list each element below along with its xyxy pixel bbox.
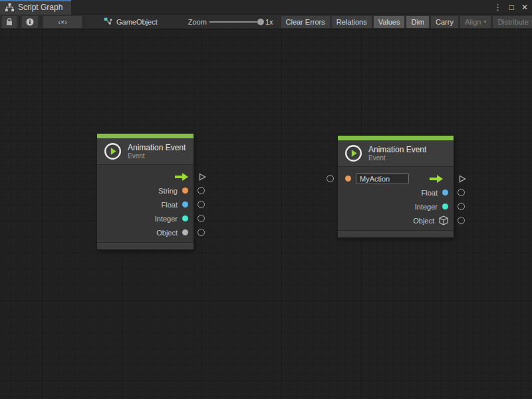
event-name-row <box>338 172 454 186</box>
trigger-port[interactable] <box>199 173 206 181</box>
node-subtitle: Event <box>368 154 426 162</box>
node-accent-bar <box>338 136 454 140</box>
node-header[interactable]: Animation Event Event <box>97 138 194 165</box>
node-body: String Float Integer Object <box>97 165 194 242</box>
string-type-dot <box>182 188 188 194</box>
active-tab-highlight <box>0 0 71 1</box>
node-header[interactable]: Animation Event Event <box>338 140 454 167</box>
event-play-icon <box>344 144 362 162</box>
port-label: Float <box>162 201 178 209</box>
trigger-port[interactable] <box>459 175 466 183</box>
graph-canvas[interactable]: Animation Event Event <box>0 29 532 399</box>
port-label: Object <box>413 217 434 225</box>
node-accent-bar <box>97 134 194 138</box>
animation-event-node-1[interactable]: Animation Event Event <box>97 134 194 249</box>
port-label: String <box>158 187 178 195</box>
port-label: Integer <box>155 215 178 223</box>
gameobject-icon <box>103 17 112 27</box>
script-graph-window: Script Graph ⋮ □ ✕ <box>0 0 532 399</box>
object-output-port[interactable] <box>458 217 465 224</box>
float-type-dot <box>442 190 448 196</box>
zoom-label: Zoom <box>188 18 207 26</box>
output-row-integer: Integer <box>338 200 454 213</box>
window-menu-icon[interactable]: ⋮ <box>494 3 502 11</box>
maximize-icon[interactable]: □ <box>509 3 514 11</box>
graph-toolbar: ‹×› GameObject Zoom 1x Clear Errors Rela… <box>0 15 532 29</box>
lock-button[interactable] <box>2 16 17 28</box>
tab-script-graph[interactable]: Script Graph <box>0 0 71 15</box>
flow-arrow-icon <box>175 173 188 181</box>
values-button[interactable]: Values <box>374 16 405 28</box>
cube-icon <box>439 215 448 225</box>
carry-button[interactable]: Carry <box>431 16 458 28</box>
output-row-string: String <box>97 184 194 198</box>
flow-arrow-icon <box>430 175 443 183</box>
port-label: Float <box>422 189 438 197</box>
string-output-port[interactable] <box>198 187 205 194</box>
zoom-value: 1x <box>265 18 273 26</box>
toolbar-separator <box>41 17 41 27</box>
integer-type-dot <box>442 203 448 209</box>
integer-output-port[interactable] <box>198 215 205 222</box>
node-subtitle: Event <box>128 152 186 160</box>
port-label: Object <box>156 229 178 237</box>
align-label: Align <box>465 18 481 26</box>
integer-type-dot <box>182 215 188 221</box>
titlebar: Script Graph ⋮ □ ✕ <box>0 0 532 15</box>
name-input-port[interactable] <box>327 175 334 182</box>
dim-button[interactable]: Dim <box>406 16 429 28</box>
tab-title: Script Graph <box>18 3 63 12</box>
node-title: Animation Event <box>128 143 186 152</box>
object-type-dot <box>182 229 188 235</box>
chevron-down-icon: ▾ <box>483 19 486 25</box>
zoom-slider-thumb[interactable] <box>257 19 264 25</box>
relations-button[interactable]: Relations <box>332 16 372 28</box>
distribute-dropdown[interactable]: Distribute ▾ <box>493 16 532 28</box>
trigger-output-row <box>97 170 194 184</box>
output-row-integer: Integer <box>97 211 194 225</box>
close-icon[interactable]: ✕ <box>521 3 528 11</box>
output-row-object: Object <box>97 225 194 239</box>
distribute-label: Distribute <box>497 18 528 26</box>
node-body: Float Integer Object <box>338 167 454 230</box>
clear-errors-button[interactable]: Clear Errors <box>281 16 330 28</box>
zoom-slider[interactable] <box>209 21 263 23</box>
float-output-port[interactable] <box>198 201 205 208</box>
node-footer <box>338 230 454 237</box>
animation-event-node-2[interactable]: Animation Event Event <box>338 136 454 237</box>
node-footer <box>97 242 194 249</box>
output-row-object: Object <box>338 213 454 227</box>
output-row-float: Float <box>97 198 194 211</box>
toolbar-separator <box>19 17 20 27</box>
integer-output-port[interactable] <box>458 203 465 210</box>
event-play-icon <box>104 142 122 160</box>
float-output-port[interactable] <box>458 189 465 196</box>
string-type-dot <box>345 176 351 182</box>
event-name-input[interactable] <box>356 173 409 184</box>
node-title: Animation Event <box>368 145 426 154</box>
object-output-port[interactable] <box>198 229 205 236</box>
graph-target-label[interactable]: GameObject <box>116 18 158 26</box>
info-icon <box>26 18 34 26</box>
code-view-button[interactable]: ‹×› <box>43 16 82 28</box>
output-row-float: Float <box>338 186 454 200</box>
align-dropdown[interactable]: Align ▾ <box>460 16 491 28</box>
info-button[interactable] <box>22 16 38 28</box>
lock-icon <box>6 18 13 26</box>
port-label: Integer <box>415 203 438 211</box>
float-type-dot <box>182 201 188 207</box>
code-view-icon: ‹×› <box>58 18 67 26</box>
toolbar-separator <box>84 17 85 27</box>
graph-tab-icon <box>5 3 14 12</box>
